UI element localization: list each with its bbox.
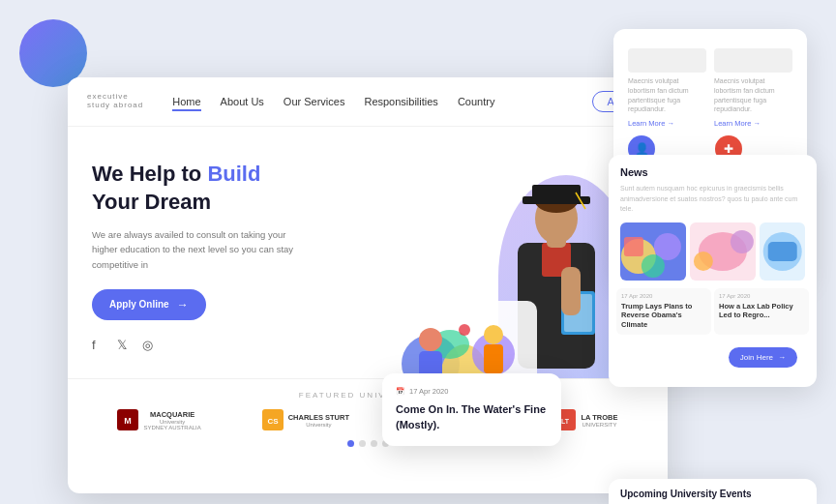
dot-3[interactable] xyxy=(371,440,377,447)
news-img-3 xyxy=(760,222,805,281)
hero-title-part1: We Help to xyxy=(92,162,207,186)
apply-online-button[interactable]: Apply Online → xyxy=(92,289,206,320)
macquarie-name: MACQUARIE xyxy=(143,410,200,419)
charles-sturt-icon: CS xyxy=(262,409,284,430)
macquarie-icon: M xyxy=(117,409,138,430)
svg-point-22 xyxy=(642,254,665,278)
hero-title-part2: Your Dream xyxy=(92,190,211,214)
nav-links: Home About Us Our Services Responsibilit… xyxy=(172,96,592,107)
charles-sturt-sub: University xyxy=(288,422,349,428)
latrobe-sub: UNIVERSITY xyxy=(581,422,617,428)
news-item-1-title: Trump Lays Plans to Reverse Obama's Clim… xyxy=(621,302,706,330)
svg-rect-10 xyxy=(561,267,581,315)
upcoming-title: Upcoming University Events xyxy=(620,489,805,499)
svg-rect-6 xyxy=(532,185,581,198)
svg-text:LT: LT xyxy=(561,418,570,425)
instagram-icon[interactable]: ◎ xyxy=(142,338,158,353)
macquarie-logo: M MACQUARIE University SYDNEY AUSTRALIA xyxy=(117,409,200,430)
apply-online-label: Apply Online xyxy=(109,299,169,310)
charles-sturt-logo: CS Charles Sturt University xyxy=(262,409,349,430)
article-card: 📅 17 Apr 2020 Come On In. The Water's Fi… xyxy=(382,373,561,446)
join-label: Join Here xyxy=(740,353,773,362)
svg-point-26 xyxy=(731,230,754,253)
navbar: executive study abroad Home About Us Our… xyxy=(68,77,668,127)
svg-rect-23 xyxy=(624,237,643,256)
news-img-1 xyxy=(620,222,686,281)
svg-point-40 xyxy=(459,324,470,336)
news-header: News xyxy=(609,155,817,184)
featured-universities: FEATURED UNIVERSITIES M MACQUARIE Univer… xyxy=(68,378,668,459)
nav-about[interactable]: About Us xyxy=(221,96,264,107)
article-date-text: 17 Apr 2020 xyxy=(409,387,448,396)
svg-point-38 xyxy=(484,325,503,344)
article-title: Come On In. The Water's Fine (Mostly). xyxy=(396,402,548,432)
hero-section: We Help to Build Your Dream We are alway… xyxy=(68,127,668,378)
svg-point-27 xyxy=(694,252,713,271)
dot-1[interactable] xyxy=(347,440,354,447)
facebook-icon[interactable]: f xyxy=(92,338,107,353)
news-item-2-date: 17 Apr 2020 xyxy=(719,293,804,299)
article-date: 📅 17 Apr 2020 xyxy=(396,387,548,396)
hero-title-highlight: Build xyxy=(207,162,260,186)
news-description: Sunt autem nusquam hoc epicurus in graec… xyxy=(609,184,817,222)
logo: executive study abroad xyxy=(87,93,143,110)
arrow-icon: → xyxy=(177,298,189,311)
news-item-2-title: How a Lax Lab Policy Led to Regro... xyxy=(719,302,804,321)
news-item-1: 17 Apr 2020 Trump Lays Plans to Reverse … xyxy=(616,288,711,335)
nav-responsibilities[interactable]: Responsibilities xyxy=(364,96,437,107)
nav-country[interactable]: Country xyxy=(458,96,495,107)
svg-rect-30 xyxy=(767,242,796,261)
logo-sub: study abroad xyxy=(87,102,143,110)
join-here-button[interactable]: Join Here → xyxy=(729,347,797,368)
macquarie-extra: SYDNEY AUSTRALIA xyxy=(143,425,200,430)
upcoming-events-section: Upcoming University Events xyxy=(609,479,817,504)
news-img-2 xyxy=(690,222,756,281)
latrobe-logo: LT LA TROBE UNIVERSITY xyxy=(554,409,617,430)
main-website-card: executive study abroad Home About Us Our… xyxy=(68,77,668,493)
join-arrow-icon: → xyxy=(778,353,786,362)
learn-more-left[interactable]: Learn More → xyxy=(628,119,706,128)
news-item-1-date: 17 Apr 2020 xyxy=(621,293,706,299)
twitter-icon[interactable]: 𝕏 xyxy=(117,338,133,353)
charles-sturt-name: Charles Sturt xyxy=(288,413,349,422)
nav-home[interactable]: Home xyxy=(172,96,200,107)
svg-text:M: M xyxy=(125,416,133,426)
learn-more-right[interactable]: Learn More → xyxy=(714,119,792,128)
svg-point-36 xyxy=(419,328,442,351)
news-card: News Sunt autem nusquam hoc epicurus in … xyxy=(609,155,817,387)
hero-title: We Help to Build Your Dream xyxy=(92,161,469,216)
nav-services[interactable]: Our Services xyxy=(284,96,345,107)
svg-text:CS: CS xyxy=(267,417,279,426)
latrobe-name: LA TROBE xyxy=(581,413,617,422)
carousel-dots xyxy=(92,440,643,447)
news-images-row xyxy=(609,222,817,288)
dot-2[interactable] xyxy=(359,440,366,447)
hero-subtitle: We are always availed to consult on taki… xyxy=(92,227,305,272)
news-item-2: 17 Apr 2020 How a Lax Lab Policy Led to … xyxy=(714,288,809,335)
svg-rect-39 xyxy=(484,344,503,373)
calendar-icon: 📅 xyxy=(396,387,404,396)
news-items-row: 17 Apr 2020 Trump Lays Plans to Reverse … xyxy=(609,288,817,342)
